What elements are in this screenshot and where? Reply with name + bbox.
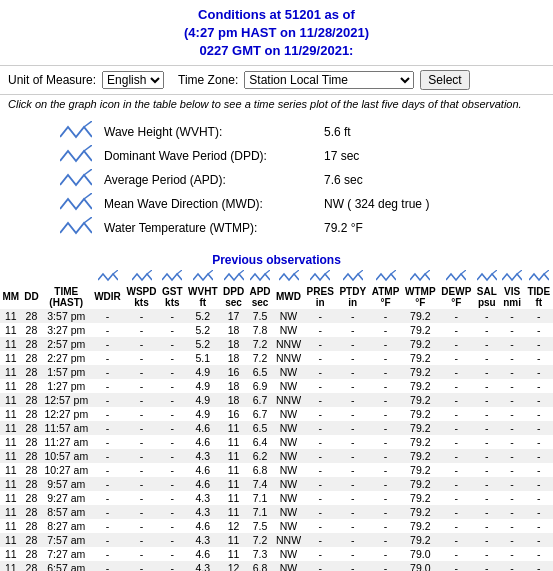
cell-8-17: -	[525, 421, 553, 435]
cell-14-0: 11	[0, 505, 22, 519]
cell-16-5: -	[159, 533, 185, 547]
col-header-5: GSTkts	[159, 286, 185, 309]
cell-13-14: -	[438, 491, 474, 505]
cell-14-7: 11	[220, 505, 246, 519]
th-gst-icon[interactable]	[159, 269, 185, 286]
cell-12-17: -	[525, 477, 553, 491]
cond-row-4[interactable]: Water Temperature (WTMP): 79.2 °F	[60, 217, 545, 239]
cell-1-16: -	[499, 323, 524, 337]
cell-14-15: -	[474, 505, 499, 519]
th-vis-icon[interactable]	[499, 269, 524, 286]
cell-6-3: -	[91, 393, 123, 407]
cell-9-4: -	[124, 435, 160, 449]
cell-18-14: -	[438, 561, 474, 571]
cell-12-6: 4.6	[185, 477, 220, 491]
table-row: 11283:57 pm---5.2177.5NW---79.2----	[0, 309, 553, 323]
cell-10-0: 11	[0, 449, 22, 463]
cell-8-1: 28	[22, 421, 41, 435]
cond-row-3[interactable]: Mean Wave Direction (MWD): NW ( 324 deg …	[60, 193, 545, 215]
th-dewp-icon[interactable]	[438, 269, 474, 286]
table-row: 11289:27 am---4.3117.1NW---79.2----	[0, 491, 553, 505]
cell-1-14: -	[438, 323, 474, 337]
cell-11-6: 4.6	[185, 463, 220, 477]
col-header-12: ATMP°F	[369, 286, 402, 309]
cond-icon-1[interactable]	[60, 145, 100, 167]
cond-icon-4[interactable]	[60, 217, 100, 239]
cell-18-17: -	[525, 561, 553, 571]
table-row: 112812:57 pm---4.9186.7NNW---79.2----	[0, 393, 553, 407]
cell-13-16: -	[499, 491, 524, 505]
cell-16-12: -	[369, 533, 402, 547]
unit-select[interactable]: English Metric	[102, 71, 164, 89]
cell-15-15: -	[474, 519, 499, 533]
cell-3-9: NNW	[273, 351, 304, 365]
timezone-select[interactable]: Station Local Time GMT	[244, 71, 414, 89]
cell-16-1: 28	[22, 533, 41, 547]
cell-11-7: 11	[220, 463, 246, 477]
cell-18-0: 11	[0, 561, 22, 571]
cell-14-14: -	[438, 505, 474, 519]
cell-18-4: -	[124, 561, 160, 571]
cell-10-14: -	[438, 449, 474, 463]
cell-8-5: -	[159, 421, 185, 435]
cell-15-1: 28	[22, 519, 41, 533]
cell-13-9: NW	[273, 491, 304, 505]
th-dpd-icon[interactable]	[220, 269, 246, 286]
cell-14-9: NW	[273, 505, 304, 519]
th-pres-icon[interactable]	[304, 269, 337, 286]
cell-13-11: -	[337, 491, 369, 505]
select-button[interactable]: Select	[420, 70, 469, 90]
col-header-7: DPDsec	[220, 286, 246, 309]
cond-icon-0[interactable]	[60, 121, 100, 143]
cell-8-8: 6.5	[247, 421, 273, 435]
cell-13-2: 9:27 am	[41, 491, 91, 505]
cell-2-3: -	[91, 337, 123, 351]
cell-13-0: 11	[0, 491, 22, 505]
th-ptdy-icon[interactable]	[337, 269, 369, 286]
th-wspd-icon[interactable]	[124, 269, 160, 286]
cell-10-5: -	[159, 449, 185, 463]
th-wvht-icon[interactable]	[185, 269, 220, 286]
cell-13-4: -	[124, 491, 160, 505]
cell-16-10: -	[304, 533, 337, 547]
th-atmp-icon[interactable]	[369, 269, 402, 286]
cell-14-12: -	[369, 505, 402, 519]
cell-3-10: -	[304, 351, 337, 365]
cell-7-12: -	[369, 407, 402, 421]
cond-label-4: Water Temperature (WTMP):	[104, 221, 324, 235]
cond-label-0: Wave Height (WVHT):	[104, 125, 324, 139]
cell-7-10: -	[304, 407, 337, 421]
th-wdir-icon[interactable]	[91, 269, 123, 286]
th-apd-icon[interactable]	[247, 269, 273, 286]
cell-6-13: 79.2	[402, 393, 438, 407]
cell-9-9: NW	[273, 435, 304, 449]
cell-12-11: -	[337, 477, 369, 491]
cell-17-5: -	[159, 547, 185, 561]
th-wtmp-icon[interactable]	[402, 269, 438, 286]
cell-14-8: 7.1	[247, 505, 273, 519]
cond-row-1[interactable]: Dominant Wave Period (DPD): 17 sec	[60, 145, 545, 167]
cell-3-3: -	[91, 351, 123, 365]
cell-13-17: -	[525, 491, 553, 505]
cell-7-8: 6.7	[247, 407, 273, 421]
cell-8-6: 4.6	[185, 421, 220, 435]
cell-17-11: -	[337, 547, 369, 561]
cond-icon-3[interactable]	[60, 193, 100, 215]
cell-5-12: -	[369, 379, 402, 393]
cond-icon-2[interactable]	[60, 169, 100, 191]
cell-12-7: 11	[220, 477, 246, 491]
th-tide-icon[interactable]	[525, 269, 553, 286]
cell-4-3: -	[91, 365, 123, 379]
th-sal-icon[interactable]	[474, 269, 499, 286]
cell-9-3: -	[91, 435, 123, 449]
cell-13-6: 4.3	[185, 491, 220, 505]
cell-17-0: 11	[0, 547, 22, 561]
cond-row-0[interactable]: Wave Height (WVHT): 5.6 ft	[60, 121, 545, 143]
cell-14-5: -	[159, 505, 185, 519]
cell-5-6: 4.9	[185, 379, 220, 393]
cell-1-9: NW	[273, 323, 304, 337]
cell-15-10: -	[304, 519, 337, 533]
cond-row-2[interactable]: Average Period (APD): 7.6 sec	[60, 169, 545, 191]
cell-7-15: -	[474, 407, 499, 421]
th-mwd-icon[interactable]	[273, 269, 304, 286]
